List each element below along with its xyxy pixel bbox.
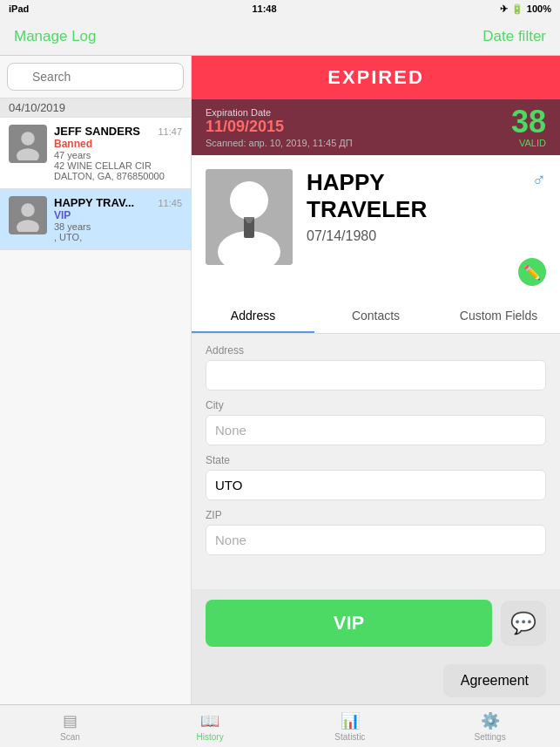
vip-button[interactable]: VIP — [206, 600, 492, 647]
zip-label: ZIP — [206, 509, 546, 521]
battery-icon: 🔋 — [511, 3, 523, 15]
log-age: 47 years — [54, 150, 182, 160]
tab-address[interactable]: Address — [192, 300, 314, 333]
city-field-group: City None — [206, 399, 546, 445]
gender-icon: ♂ — [532, 169, 547, 192]
agreement-row: Agreement — [192, 657, 560, 704]
status-right: ✈ 🔋 100% — [500, 3, 551, 15]
svg-point-3 — [17, 220, 39, 232]
status-bar: iPad 11:48 ✈ 🔋 100% — [0, 0, 560, 17]
profile-first-name: HAPPY — [307, 169, 427, 196]
log-time: 11:45 — [158, 198, 182, 208]
status-device: iPad — [9, 3, 29, 14]
scanned-label: Scanned: — [206, 138, 246, 148]
address-label: Address — [206, 344, 546, 357]
tab-settings[interactable]: ⚙️ Settings — [420, 705, 560, 747]
profile-last-name: TRAVELER — [307, 196, 427, 223]
valid-number: 38 — [511, 106, 546, 138]
right-panel: EXPIRED Expiration Date 11/09/2015 Scann… — [192, 56, 560, 704]
log-city: DALTON, GA, 876850000 — [54, 171, 182, 181]
main-layout: 🔍 04/10/2019 JEFF SANDERS 11:47 — [0, 56, 560, 704]
wifi-icon: ✈ — [500, 3, 508, 15]
expiration-date: 11/09/2015 — [206, 118, 353, 136]
profile-name-row: HAPPY TRAVELER ♂ — [307, 169, 546, 223]
gender-symbol: ♂ — [532, 169, 547, 191]
scanned-date: апр. 10, 2019, 11:45 ДП — [249, 138, 353, 148]
expiration-label: Expiration Date — [206, 107, 353, 118]
gear-icon: ⚙️ — [481, 711, 500, 730]
log-status: VIP — [54, 209, 182, 221]
search-input[interactable] — [7, 63, 184, 91]
tab-custom-fields[interactable]: Custom Fields — [437, 300, 560, 333]
book-icon: 📖 — [200, 711, 219, 730]
date-filter-button[interactable]: Date filter — [482, 28, 546, 45]
zip-field-group: ZIP None — [206, 509, 546, 555]
svg-point-5 — [230, 181, 268, 220]
status-time: 11:48 — [252, 3, 276, 14]
tab-contacts[interactable]: Contacts — [314, 300, 437, 333]
action-row: VIP 💬 — [192, 589, 560, 657]
scanned-info: Scanned: апр. 10, 2019, 11:45 ДП — [206, 138, 353, 148]
barcode-icon: ▤ — [63, 711, 78, 730]
tab-history-label: History — [197, 732, 224, 742]
log-name: JEFF SANDERS — [54, 125, 140, 138]
svg-point-1 — [17, 148, 39, 160]
profile-photo — [206, 169, 293, 265]
fields-section: Address City None State UTO ZIP None — [192, 334, 560, 589]
city-label: City — [206, 399, 546, 411]
log-age: 38 years — [54, 221, 182, 232]
valid-block: 38 VALID — [511, 106, 546, 148]
log-time: 11:47 — [158, 126, 182, 137]
log-list: JEFF SANDERS 11:47 Banned 47 years 42 WI… — [0, 118, 191, 704]
chart-icon: 📊 — [341, 711, 360, 730]
city-value[interactable]: None — [206, 415, 546, 445]
state-label: State — [206, 454, 546, 466]
log-info: JEFF SANDERS 11:47 Banned 47 years 42 WI… — [54, 125, 182, 181]
chat-icon: 💬 — [510, 611, 536, 635]
expired-banner: EXPIRED — [192, 56, 560, 99]
tab-statistic-label: Statistic — [334, 732, 365, 742]
tab-bar: ▤ Scan 📖 History 📊 Statistic ⚙️ Settings — [0, 704, 560, 747]
svg-point-0 — [21, 132, 35, 146]
search-bar: 🔍 — [0, 56, 191, 98]
pencil-icon: ✏️ — [523, 264, 541, 281]
zip-value[interactable]: None — [206, 525, 546, 555]
battery-pct: 100% — [527, 3, 551, 14]
log-item[interactable]: HAPPY TRAV... 11:45 VIP 38 years , UTO, — [0, 189, 191, 250]
tab-scan[interactable]: ▤ Scan — [0, 705, 140, 747]
agreement-button[interactable]: Agreement — [443, 664, 546, 697]
expiry-left: Expiration Date 11/09/2015 Scanned: апр.… — [206, 107, 353, 148]
avatar — [9, 125, 47, 163]
address-value[interactable] — [206, 360, 546, 390]
tab-settings-label: Settings — [475, 732, 506, 742]
profile-info: HAPPY TRAVELER ♂ 07/14/1980 ✏️ — [307, 169, 546, 286]
address-field-group: Address — [206, 344, 546, 390]
log-address: 42 WINE CELLAR CIR — [54, 160, 182, 171]
nav-bar: Manage Log Date filter — [0, 17, 560, 56]
log-name: HAPPY TRAV... — [54, 196, 134, 209]
left-panel: 🔍 04/10/2019 JEFF SANDERS 11:47 — [0, 56, 192, 704]
profile-name: HAPPY TRAVELER — [307, 169, 427, 223]
svg-point-2 — [21, 203, 35, 217]
chat-button[interactable]: 💬 — [501, 601, 546, 646]
log-info: HAPPY TRAV... 11:45 VIP 38 years , UTO, — [54, 196, 182, 242]
state-value[interactable]: UTO — [206, 470, 546, 500]
tab-statistic[interactable]: 📊 Statistic — [280, 705, 421, 747]
edit-button[interactable]: ✏️ — [518, 258, 546, 286]
tab-history[interactable]: 📖 History — [140, 705, 280, 747]
date-header: 04/10/2019 — [0, 98, 191, 118]
state-field-group: State UTO — [206, 454, 546, 500]
profile-dob: 07/14/1980 — [307, 228, 546, 244]
log-item[interactable]: JEFF SANDERS 11:47 Banned 47 years 42 WI… — [0, 118, 191, 189]
log-city: , UTO, — [54, 232, 182, 242]
detail-tabs: Address Contacts Custom Fields — [192, 300, 560, 334]
avatar — [9, 196, 47, 234]
tab-scan-label: Scan — [60, 732, 80, 742]
profile-section: HAPPY TRAVELER ♂ 07/14/1980 ✏️ — [192, 155, 560, 300]
log-status: Banned — [54, 138, 182, 150]
manage-log-button[interactable]: Manage Log — [14, 28, 97, 45]
expiry-row: Expiration Date 11/09/2015 Scanned: апр.… — [192, 99, 560, 155]
